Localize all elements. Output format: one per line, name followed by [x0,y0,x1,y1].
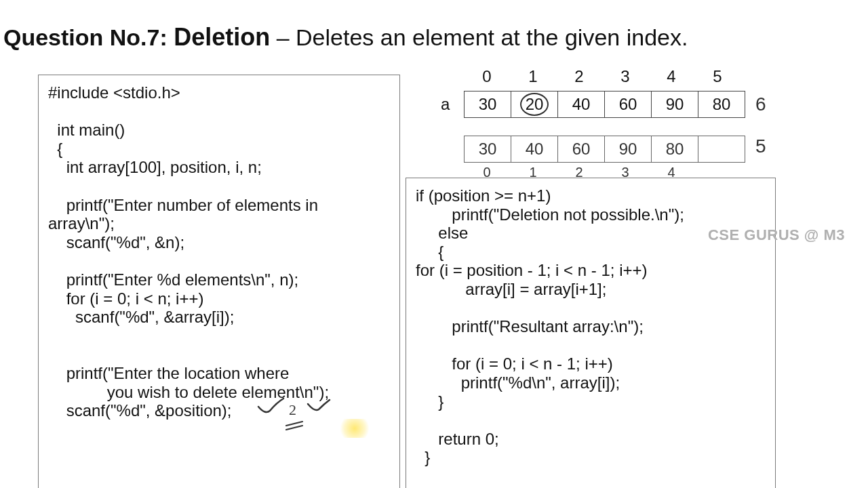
title-deletion: Deletion [174,23,270,51]
res-3: 90 [605,136,652,163]
idx-0: 0 [464,66,510,87]
cell-2: 40 [558,92,605,118]
array-index-row: 0 1 2 3 4 5 [464,66,741,87]
idx-1: 1 [510,66,556,87]
cell-1-circled: 20 [511,92,558,118]
idx-2: 2 [556,66,602,87]
array-row-result: 30 40 60 90 80 [464,136,745,163]
hand-count-6: 6 [755,94,766,115]
array-label: a [441,95,450,114]
cell-5: 80 [698,92,745,118]
pointer-highlight [339,419,370,438]
cell-3: 60 [605,92,652,118]
idx-3: 3 [602,66,648,87]
hand-value-2: 2 [289,401,296,418]
res-4: 80 [652,136,698,163]
cell-4: 90 [652,92,698,118]
array-row-original: 30 20 40 60 90 80 [464,91,745,118]
cell-0: 30 [465,92,511,118]
question-title: Question No.7: Deletion – Deletes an ele… [3,23,688,52]
idx-4: 4 [648,66,694,87]
circle-annotation [520,93,549,116]
res-2: 60 [558,136,605,163]
watermark: CSE GURUS @ M3 [708,226,845,244]
res-1: 40 [511,136,558,163]
hand-count-5: 5 [755,136,766,157]
title-suffix: – Deletes an element at the given index. [270,24,688,50]
code-box-right: if (position >= n+1) printf("Deletion no… [406,178,776,488]
res-5 [698,136,745,163]
idx-5: 5 [694,66,741,87]
handwritten-check-icon: 2 [255,394,336,435]
res-0: 30 [465,136,511,163]
title-prefix: Question No.7: [3,24,174,50]
